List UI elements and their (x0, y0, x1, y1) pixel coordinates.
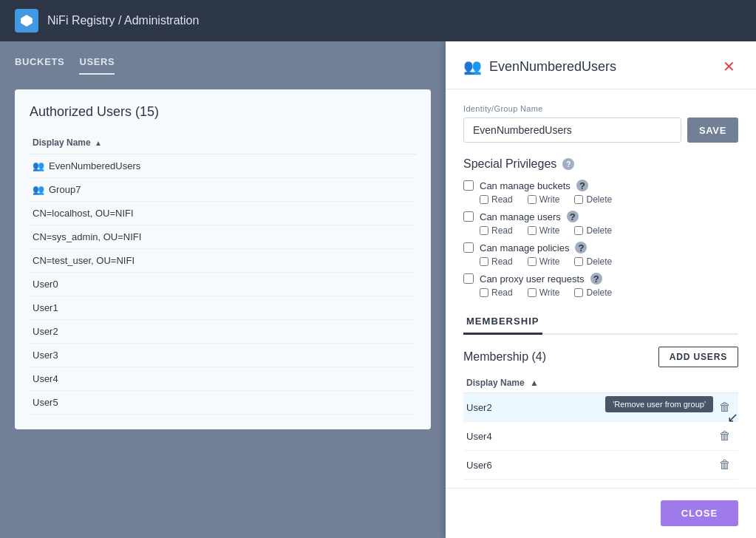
display-name-column-header[interactable]: Display Name ▲ (30, 132, 416, 154)
sub-checkbox-1-0[interactable] (480, 226, 488, 235)
sub-checkbox-label-2-2[interactable]: Delete (574, 256, 612, 267)
left-panel: BUCKETS USERS Authorized Users (15) Disp… (0, 41, 446, 538)
delete-member-button[interactable]: 🗑 (715, 486, 735, 488)
sub-checkbox-3-1[interactable] (528, 288, 537, 297)
modal-footer: CLOSE (446, 488, 756, 538)
sub-checkbox-label-3-1[interactable]: Write (528, 287, 560, 298)
member-action-cell: 🗑 (709, 422, 738, 451)
sub-checkbox-label-1-2[interactable]: Delete (574, 225, 612, 236)
membership-table: Display Name ▲ User2'Remove user from gr… (463, 373, 738, 488)
group-icon: 👥 (33, 184, 44, 195)
privilege-help-icon-0[interactable]: ? (576, 180, 588, 191)
list-item[interactable]: CN=sys_admin, OU=NIFI (30, 225, 416, 249)
sub-checkbox-label-0-0[interactable]: Read (480, 194, 513, 205)
sub-checkboxes-2: ReadWriteDelete (463, 256, 738, 267)
delete-member-button[interactable]: 🗑 (715, 457, 735, 473)
member-action-cell: 🗑 (709, 480, 738, 488)
app-logo (15, 9, 38, 33)
privilege-label-1: Can manage users? (463, 211, 738, 222)
list-item[interactable]: User4 (30, 367, 416, 391)
special-privileges-section: Special Privileges ? (463, 157, 738, 171)
identity-input[interactable] (463, 118, 681, 143)
user-name: CN=localhost, OU=NIFI (33, 208, 134, 219)
privilege-help-icon-1[interactable]: ? (567, 211, 579, 222)
privilege-text-1: Can manage users (480, 211, 561, 222)
save-button[interactable]: SAVE (687, 118, 738, 143)
list-item[interactable]: CN=localhost, OU=NIFI (30, 202, 416, 225)
membership-title: Membership (4) (463, 350, 546, 364)
membership-tab[interactable]: MEMBERSHIP (463, 310, 542, 335)
sub-checkbox-label-1-0[interactable]: Read (480, 225, 513, 236)
sub-checkbox-1-2[interactable] (574, 226, 583, 235)
main-tabs: BUCKETS USERS (15, 56, 431, 75)
table-row[interactable]: User6🗑 (463, 451, 738, 480)
list-item[interactable]: User2 (30, 320, 416, 344)
user-name: User0 (33, 279, 58, 290)
table-row[interactable]: User2'Remove user from group'🗑↙ (463, 393, 738, 422)
sub-checkbox-label-3-0[interactable]: Read (480, 287, 513, 298)
tab-buckets[interactable]: BUCKETS (15, 56, 64, 75)
list-item[interactable]: 👥EvenNumberedUsers (30, 154, 416, 178)
privilege-help-icon-2[interactable]: ? (575, 242, 587, 253)
sub-checkbox-3-0[interactable] (480, 288, 488, 297)
sub-checkbox-label-0-1[interactable]: Write (528, 194, 560, 205)
tab-users[interactable]: USERS (79, 56, 115, 75)
user-name: User5 (33, 397, 58, 408)
add-users-button[interactable]: ADD USERS (658, 347, 738, 367)
privilege-checkbox-1[interactable] (463, 211, 474, 222)
sub-checkbox-2-0[interactable] (480, 257, 488, 266)
privilege-checkbox-2[interactable] (463, 242, 474, 253)
sub-checkbox-3-2[interactable] (574, 288, 583, 297)
list-item[interactable]: User3 (30, 344, 416, 367)
main-layout: BUCKETS USERS Authorized Users (15) Disp… (0, 41, 756, 538)
close-button[interactable]: CLOSE (661, 500, 738, 526)
list-item[interactable]: User5 (30, 391, 416, 415)
delete-member-button[interactable]: 🗑 (715, 428, 735, 444)
list-item[interactable]: User1 (30, 296, 416, 320)
privilege-checkbox-0[interactable] (463, 180, 474, 191)
table-row[interactable]: User8🗑 (463, 480, 738, 488)
privilege-label-3: Can proxy user requests? (463, 273, 738, 285)
membership-display-name-header[interactable]: Display Name ▲ (463, 373, 709, 393)
list-item[interactable]: CN=test_user, OU=NIFI (30, 249, 416, 273)
sub-checkbox-label-3-2[interactable]: Delete (574, 287, 612, 298)
app-header: NiFi Registry / Administration (0, 0, 756, 41)
sub-checkbox-label-1-1[interactable]: Write (528, 225, 560, 236)
user-name: Group7 (49, 184, 81, 195)
user-name: User4 (33, 373, 58, 384)
member-name: User8 (463, 480, 709, 488)
sub-checkbox-1-1[interactable] (528, 226, 537, 235)
privilege-row-0: Can manage buckets?ReadWriteDelete (463, 180, 738, 205)
user-name: User2 (33, 326, 58, 337)
sub-checkbox-label-0-2[interactable]: Delete (574, 194, 612, 205)
privilege-label-0: Can manage buckets? (463, 180, 738, 191)
group-icon: 👥 (33, 160, 44, 171)
sub-checkbox-0-2[interactable] (574, 195, 583, 204)
sub-checkbox-2-2[interactable] (574, 257, 583, 266)
sub-checkboxes-3: ReadWriteDelete (463, 287, 738, 298)
sub-checkbox-label-2-0[interactable]: Read (480, 256, 513, 267)
privilege-checkbox-3[interactable] (463, 273, 474, 284)
modal-title-row: 👥 EvenNumberedUsers (463, 58, 616, 75)
app-title: NiFi Registry / Administration (47, 14, 199, 27)
sub-checkbox-0-0[interactable] (480, 195, 488, 204)
sub-checkboxes-0: ReadWriteDelete (463, 194, 738, 205)
modal-body: Identity/Group Name SAVE Special Privile… (446, 89, 756, 488)
privilege-row-2: Can manage policies?ReadWriteDelete (463, 242, 738, 267)
logo-icon (19, 13, 34, 28)
list-item[interactable]: User0 (30, 273, 416, 296)
special-privileges-help-icon[interactable]: ? (562, 158, 574, 170)
table-row[interactable]: User4🗑 (463, 422, 738, 451)
list-item[interactable]: 👥Group7 (30, 178, 416, 202)
sub-checkbox-0-1[interactable] (528, 195, 537, 204)
sub-checkbox-label-2-1[interactable]: Write (528, 256, 560, 267)
delete-tooltip-container: 'Remove user from group'🗑↙ (715, 399, 735, 415)
user-name: CN=test_user, OU=NIFI (33, 255, 134, 266)
membership-header: Membership (4) ADD USERS (463, 335, 738, 373)
privilege-help-icon-3[interactable]: ? (590, 273, 602, 285)
group-icon: 👥 (463, 58, 482, 75)
sub-checkbox-2-1[interactable] (528, 257, 537, 266)
privilege-text-3: Can proxy user requests (480, 273, 585, 285)
user-detail-panel: 👥 EvenNumberedUsers ✕ Identity/Group Nam… (446, 41, 756, 538)
modal-close-button[interactable]: ✕ (720, 56, 738, 77)
